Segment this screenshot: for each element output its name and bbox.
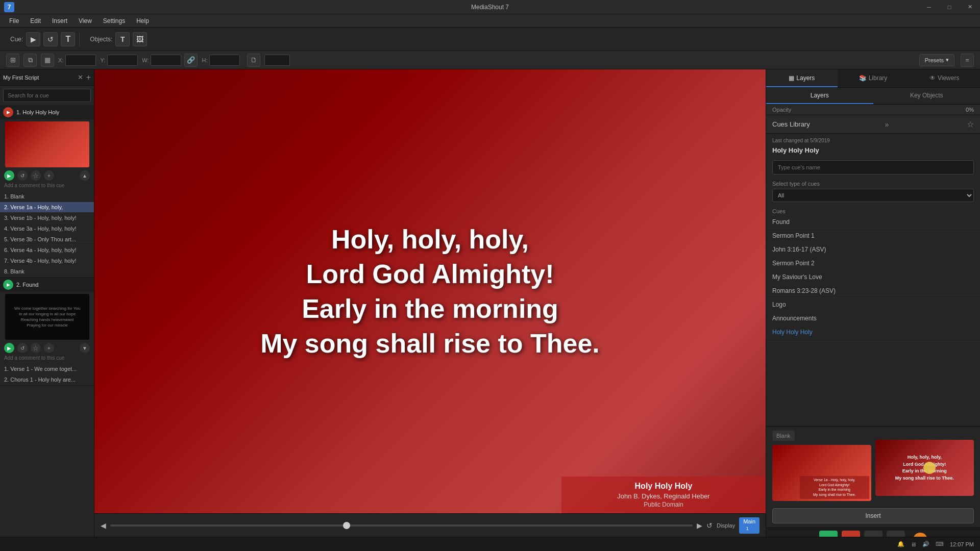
tab-add-button[interactable]: + [86, 73, 91, 82]
cue-item-3[interactable]: 3. Verse 1b - Holy, holy, holy! [0, 213, 94, 223]
left-panel: My First Script ✕ + ▶ 1. Holy Holy Holy … [0, 69, 94, 551]
cues-lib-item-logo[interactable]: Logo [766, 298, 980, 312]
timeline-thumb[interactable] [343, 522, 350, 529]
cues-lib-item-saviour[interactable]: My Saviour's Love [766, 270, 980, 284]
main-layout: My First Script ✕ + ▶ 1. Holy Holy Holy … [0, 69, 980, 551]
menu-edit[interactable]: Edit [25, 16, 46, 26]
tab-viewers[interactable]: 👁 Viewers [909, 69, 980, 87]
lock-aspect-btn[interactable]: 🔗 [184, 54, 198, 67]
detail-preview-1: Verse 1a - Holy, holy, holy,Lord God Alm… [772, 445, 871, 501]
cues-lib-item-announcements[interactable]: Announcements [766, 312, 980, 325]
close-button[interactable]: ✕ [960, 0, 980, 14]
presets-label: Presets [925, 57, 944, 63]
cue-item-4[interactable]: 4. Verse 3a - Holy, holy, holy! [0, 223, 94, 234]
cues-lib-item-romans[interactable]: Romans 3:23-28 (ASV) [766, 284, 980, 298]
insert-button[interactable]: Insert [772, 508, 974, 523]
cues-lib-item-sermon2[interactable]: Sermon Point 2 [766, 257, 980, 270]
status-icon-3: 🔊 [922, 541, 929, 547]
menu-help[interactable]: Help [131, 16, 154, 26]
cues-lib-item-sermon1[interactable]: Sermon Point 1 [766, 229, 980, 243]
display-label: Display [717, 522, 735, 529]
cues-library-expand-btn[interactable]: » [885, 120, 889, 129]
cues-lib-meta: Last changed at 5/9/2019 [766, 134, 980, 145]
copy-btn[interactable]: ⧉ [23, 54, 37, 67]
cue-item-5[interactable]: 5. Verse 3b - Only Thou art... [0, 234, 94, 245]
y-input[interactable] [107, 55, 138, 66]
cues-lib-item-holy[interactable]: Holy Holy Holy [766, 325, 980, 339]
fill-btn[interactable]: 🗋 [247, 54, 260, 67]
menubar: File Edit Insert View Settings Help [0, 14, 980, 28]
y-label: Y: [100, 57, 105, 63]
timeline-slider[interactable] [110, 524, 693, 527]
cue-item-6[interactable]: 6. Verse 4a - Holy, holy, holy! [0, 245, 94, 256]
search-cue-input[interactable] [3, 89, 91, 102]
minimize-button[interactable]: ─ [919, 0, 939, 14]
found-item-1[interactable]: 1. Verse 1 - We come toget... [0, 364, 94, 374]
formula-btn[interactable]: = [961, 54, 974, 67]
h-input[interactable] [209, 55, 240, 66]
cues-lib-search-container [766, 156, 980, 179]
w-input[interactable] [151, 55, 181, 66]
detail-thumbnails: Blank Verse 1a - Holy, holy, holy,Lord G… [772, 431, 974, 504]
found-item-2[interactable]: 2. Chorus 1 - Holy holy are... [0, 374, 94, 385]
filter-select[interactable]: All [772, 189, 974, 202]
preview-line2: Lord God Almighty! [260, 259, 600, 289]
cue-label: Cue: [10, 36, 23, 43]
play-tool-button[interactable]: ▶ [26, 32, 40, 46]
group-1-icon: ▶ [3, 107, 13, 117]
cue-tools: Cue: ▶ ↺ T [6, 32, 80, 46]
group-2-collapse-btn[interactable]: ▼ [80, 343, 90, 353]
menu-insert[interactable]: Insert [47, 16, 72, 26]
tab-close-button[interactable]: ✕ [78, 73, 83, 81]
subtab-key-objects[interactable]: Key Objects [873, 88, 981, 104]
right-panel: ▦ Layers 📚 Library 👁 Viewers Layers Key … [766, 69, 980, 551]
image-object-button[interactable]: 🖼 [133, 32, 147, 46]
cue-group-2-header[interactable]: ▶ 2. Found [0, 278, 94, 292]
menu-view[interactable]: View [74, 16, 97, 26]
menu-file[interactable]: File [4, 16, 24, 26]
menu-settings[interactable]: Settings [98, 16, 130, 26]
presets-button[interactable]: Presets ▾ [919, 54, 954, 66]
cues-lib-item-john[interactable]: John 3:16-17 (ASV) [766, 243, 980, 257]
group-1-collapse-btn[interactable]: ▲ [80, 170, 90, 181]
cue-group-1: ▶ 1. Holy Holy Holy ▶ ↺ ☆ + ▲ Add a comm… [0, 105, 94, 278]
group-1-star-btn[interactable]: ☆ [31, 170, 41, 181]
cue-item-8[interactable]: 8. Blank [0, 266, 94, 277]
subtab-layers[interactable]: Layers [766, 88, 873, 104]
x-input[interactable] [65, 55, 96, 66]
app-logo: 7 [4, 2, 14, 12]
cue-group-1-header[interactable]: ▶ 1. Holy Holy Holy [0, 105, 94, 119]
timeline-next-btn[interactable]: ▶ [697, 521, 702, 530]
group-2-thumbnail: We come together searching for YouIn all… [5, 294, 89, 340]
align-btn[interactable]: ⊞ [6, 54, 19, 67]
star-icon[interactable]: ☆ [967, 119, 974, 129]
script-tab: My First Script ✕ + [0, 69, 94, 86]
text-tool-button[interactable]: T [61, 32, 75, 46]
group-1-play-btn[interactable]: ▶ [4, 170, 14, 181]
preview-line3: Early in the morning [260, 293, 600, 324]
timeline-prev-btn[interactable]: ◀ [101, 521, 106, 530]
cue-item-7[interactable]: 7. Verse 4b - Holy, holy, holy! [0, 256, 94, 266]
objects-label: Objects: [90, 36, 112, 43]
status-icon-1: 🔔 [897, 541, 904, 547]
group-1-add-btn[interactable]: + [44, 170, 54, 181]
blank-item[interactable]: 1. Blank [0, 191, 94, 202]
filter-label: Select type of cues [772, 181, 974, 187]
group-2-loop-btn[interactable]: ↺ [17, 343, 28, 353]
group-2-play-btn[interactable]: ▶ [4, 343, 14, 353]
group-2-star-btn[interactable]: ☆ [31, 343, 41, 353]
cues-lib-item-found[interactable]: Found [766, 215, 980, 229]
grid-btn[interactable]: ▦ [41, 54, 54, 67]
group-2-add-btn[interactable]: + [44, 343, 54, 353]
text-object-button[interactable]: T [115, 32, 130, 46]
loop-tool-button[interactable]: ↺ [43, 32, 58, 46]
tab-layers[interactable]: ▦ Layers [766, 69, 838, 87]
cues-lib-search-input[interactable] [772, 160, 974, 174]
timeline-loop-btn[interactable]: ↺ [706, 521, 713, 530]
layers-icon: ▦ [789, 74, 794, 82]
cue-item-2[interactable]: 2. Verse 1a - Holy, holy, [0, 202, 94, 213]
fill-input[interactable] [264, 55, 290, 66]
maximize-button[interactable]: □ [939, 0, 960, 14]
tab-library[interactable]: 📚 Library [838, 69, 909, 87]
group-1-loop-btn[interactable]: ↺ [17, 170, 28, 181]
